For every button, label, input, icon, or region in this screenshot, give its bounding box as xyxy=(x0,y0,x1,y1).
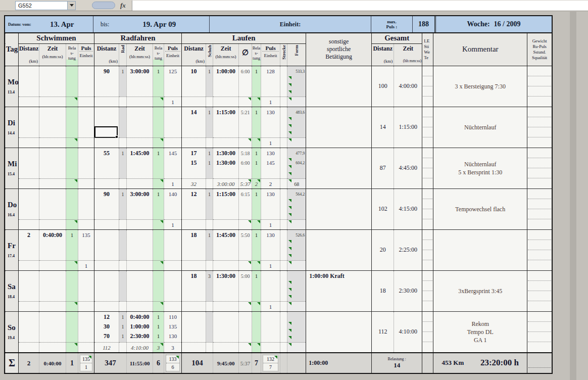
swim-zeit-cell[interactable] xyxy=(39,188,66,229)
lauf-puls-cell[interactable]: 1301 xyxy=(261,107,280,148)
gewicht-cell[interactable] xyxy=(527,229,552,270)
sonstige-cell[interactable] xyxy=(306,188,372,229)
rad-unit-cell[interactable] xyxy=(119,270,127,311)
sonstige-cell[interactable] xyxy=(306,148,372,188)
day-label-cell[interactable]: Sa18.4 xyxy=(6,270,19,311)
swim-puls-cell[interactable] xyxy=(78,107,94,148)
swim-belastung-cell[interactable] xyxy=(66,148,78,188)
lauf-pace-cell[interactable]: 6:15 xyxy=(239,188,252,229)
selected-cell-outline[interactable] xyxy=(94,126,118,138)
kommentar-cell[interactable]: Nüchternlauf xyxy=(433,107,527,148)
lauf-distanz-cell[interactable]: 18 xyxy=(182,229,206,270)
sum-lauf-puls[interactable]: 1327 xyxy=(261,353,280,373)
lauf-distanz-cell[interactable]: 12 xyxy=(182,188,206,229)
sonstige-cell[interactable] xyxy=(306,66,372,107)
lauf-puls-cell[interactable]: 1301 xyxy=(261,229,280,270)
lauf-distanz-cell[interactable] xyxy=(182,311,206,353)
swim-zeit-cell[interactable] xyxy=(39,148,66,188)
rad-zeit-cell[interactable]: 3:00:00 xyxy=(127,66,153,107)
rad-puls-cell[interactable] xyxy=(164,107,182,148)
sum-lauf-pace[interactable]: 5:37 xyxy=(239,353,252,373)
swim-distanz-cell[interactable]: 2 xyxy=(19,229,39,270)
lauf-distanz-cell[interactable]: 18 xyxy=(182,270,206,311)
sum-strecke-cell[interactable] xyxy=(280,353,287,373)
sonstige-cell[interactable]: 1:00:00 Kraft xyxy=(306,270,372,311)
lauf-puls-cell[interactable]: 1 xyxy=(261,270,280,311)
date-from-cell[interactable]: Datum: vom:13. Apr xyxy=(5,16,93,32)
day-label-cell[interactable]: Di14.4 xyxy=(6,107,19,148)
formula-bar[interactable] xyxy=(132,1,588,11)
gesamt-zeit-cell[interactable]: 4:10:00 xyxy=(394,311,422,353)
sum-sonstige[interactable]: 1:00:00 xyxy=(306,353,372,373)
sum-belastung-cell[interactable]: Belastung :14 xyxy=(372,353,422,373)
lauf-pace-cell[interactable]: 5:186:005:37 xyxy=(239,148,252,188)
lauf-strecke-cell[interactable] xyxy=(280,311,287,353)
einheit-cell[interactable]: Einheit: xyxy=(210,16,371,32)
swim-puls-cell[interactable] xyxy=(78,148,94,188)
lauf-puls-cell[interactable]: 1301452 xyxy=(261,148,280,188)
swim-belastung-cell[interactable] xyxy=(66,188,78,229)
lauf-form-cell[interactable]: 526,6 xyxy=(287,229,306,270)
gesamt-distanz-cell[interactable]: 102 xyxy=(372,188,394,229)
rad-unit-cell[interactable] xyxy=(119,229,127,270)
le-sti-we-te-cell[interactable] xyxy=(422,311,433,353)
woche-cell[interactable]: Woche: 16 / 2009 xyxy=(436,16,552,32)
gesamt-zeit-cell[interactable]: 1:15:00 xyxy=(394,107,422,148)
sum-lauf-distanz[interactable]: 104 xyxy=(182,353,213,373)
rad-distanz-cell[interactable] xyxy=(94,229,119,270)
rad-unit-cell[interactable] xyxy=(119,107,127,148)
rad-zeit-cell[interactable]: 0:40:001:00:002:30:004:10:00 xyxy=(127,311,153,353)
kommentar-cell[interactable] xyxy=(433,229,527,270)
le-sti-we-te-cell[interactable] xyxy=(422,188,433,229)
gesamt-zeit-cell[interactable]: 4:00:00 xyxy=(394,66,422,107)
gesamt-distanz-cell[interactable]: 100 xyxy=(372,66,394,107)
lauf-pace-cell[interactable]: 5:21 xyxy=(239,107,252,148)
lauf-pace-cell[interactable] xyxy=(239,311,252,353)
namebox-dropdown-button[interactable] xyxy=(68,1,76,10)
lauf-strecke-cell[interactable] xyxy=(280,66,287,107)
lauf-puls-cell[interactable] xyxy=(261,311,280,353)
gewicht-cell[interactable] xyxy=(527,188,552,229)
gesamt-zeit-cell[interactable]: 2:30:00 xyxy=(394,270,422,311)
lauf-belastung-cell[interactable]: 1 xyxy=(252,188,261,229)
lauf-zeit-cell[interactable]: 1:15:00 xyxy=(213,107,239,148)
lauf-belastung-cell[interactable]: 112 xyxy=(252,148,261,188)
sum-le-cell[interactable] xyxy=(422,353,433,373)
lauf-zeit-cell[interactable]: 1:30:00 xyxy=(213,270,239,311)
lauf-form-cell[interactable] xyxy=(287,311,306,353)
swim-belastung-cell[interactable] xyxy=(66,66,78,107)
rad-distanz-cell[interactable]: 90 xyxy=(94,188,119,229)
rad-distanz-cell[interactable]: 90 xyxy=(94,66,119,107)
kommentar-cell[interactable]: 3 x Bersteigung 7:30 xyxy=(433,66,527,107)
lauf-strecke-cell[interactable] xyxy=(280,270,287,311)
le-sti-we-te-cell[interactable] xyxy=(422,107,433,148)
lauf-schuh-cell[interactable]: 1 xyxy=(206,107,213,148)
rad-belastung-cell[interactable] xyxy=(153,229,164,270)
sum-form-cell[interactable] xyxy=(287,353,306,373)
gesamt-zeit-cell[interactable]: 4:45:00 xyxy=(394,148,422,188)
sum-rad-zeit[interactable]: 11:55:00 xyxy=(127,353,153,373)
lauf-pace-cell[interactable]: 6:00 xyxy=(239,66,252,107)
rad-puls-cell[interactable]: 1401 xyxy=(164,188,182,229)
kommentar-cell[interactable]: Nüchternlauf5 x Bersprint 1:30 xyxy=(433,148,527,188)
rad-belastung-cell[interactable]: 1 xyxy=(153,188,164,229)
lauf-schuh-cell[interactable]: 1 xyxy=(206,66,213,107)
rad-zeit-cell[interactable] xyxy=(127,229,153,270)
kommentar-cell[interactable]: Tempowechsel flach xyxy=(433,188,527,229)
day-label-cell[interactable]: Mo13.4 xyxy=(6,66,19,107)
lauf-schuh-cell[interactable]: 11 xyxy=(206,148,213,188)
lauf-schuh-cell[interactable]: 3 xyxy=(206,270,213,311)
gewicht-cell[interactable] xyxy=(527,66,552,107)
lauf-zeit-cell[interactable]: 1:30:001:30:003:00:00 xyxy=(213,148,239,188)
swim-puls-cell[interactable] xyxy=(78,188,94,229)
le-sti-we-te-cell[interactable] xyxy=(422,148,433,188)
sum-swim-belastung[interactable]: 1 xyxy=(66,353,78,373)
lauf-belastung-cell[interactable]: 1 xyxy=(252,66,261,107)
sum-sigma-cell[interactable]: Σ xyxy=(6,353,19,373)
sum-swim-distanz[interactable]: 2 xyxy=(19,353,39,373)
swim-distanz-cell[interactable] xyxy=(19,66,39,107)
lauf-distanz-cell[interactable]: 14 xyxy=(182,107,206,148)
le-sti-we-te-cell[interactable] xyxy=(422,66,433,107)
swim-belastung-cell[interactable] xyxy=(66,270,78,311)
rad-zeit-cell[interactable]: 1:45:00 xyxy=(127,148,153,188)
